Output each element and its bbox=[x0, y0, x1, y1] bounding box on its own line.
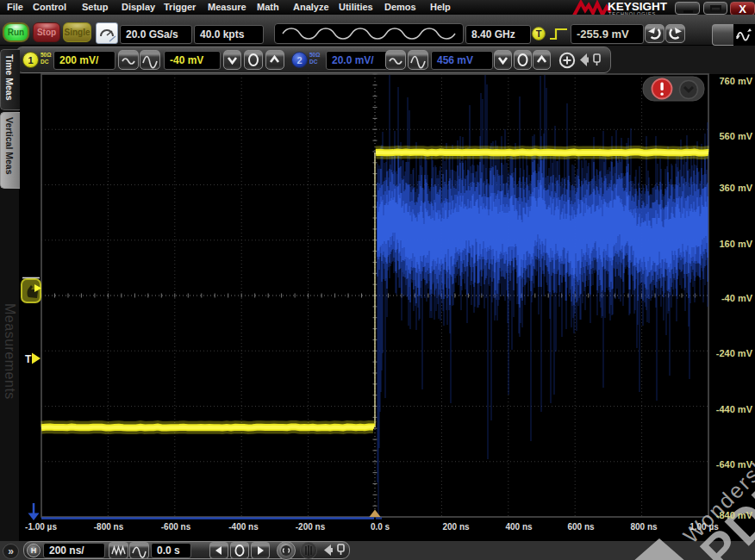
svg-text:T: T bbox=[25, 353, 32, 365]
